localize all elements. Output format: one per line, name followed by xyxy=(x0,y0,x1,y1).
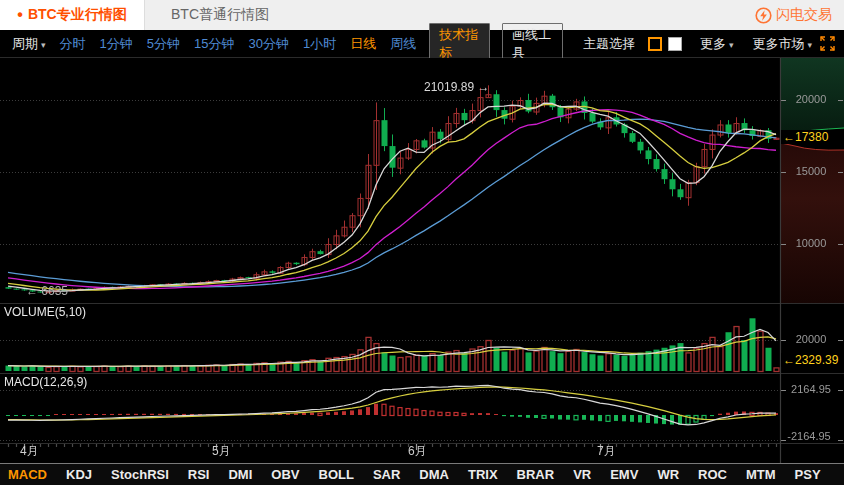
indicator-tab-trix[interactable]: TRIX xyxy=(468,467,498,482)
indicator-tab-wr[interactable]: WR xyxy=(657,467,679,482)
chevron-down-icon: ▾ xyxy=(729,40,734,50)
indicator-tab-bar: MACDKDJStochRSIRSIDMIOBVBOLLSARDMATRIXBR… xyxy=(0,463,844,485)
indicator-tab-dma[interactable]: DMA xyxy=(419,467,449,482)
indicator-tab-mtm[interactable]: MTM xyxy=(746,467,776,482)
period-option-30分钟[interactable]: 30分钟 xyxy=(248,35,288,53)
active-tab-bullet-icon: • xyxy=(17,10,23,20)
more-dropdown[interactable]: 更多▾ xyxy=(700,35,734,53)
indicator-tab-brar[interactable]: BRAR xyxy=(517,467,555,482)
active-tab-label: BTC专业行情图 xyxy=(28,6,127,24)
period-option-分时[interactable]: 分时 xyxy=(60,35,86,53)
indicator-tab-emv[interactable]: EMV xyxy=(610,467,638,482)
btc-trading-app: • BTC专业行情图 BTC普通行情图 闪电交易 周期▾ 分时1分钟5分钟15分… xyxy=(0,0,844,485)
month-label-7月: 7月 xyxy=(597,443,616,460)
lightning-bolt-icon xyxy=(755,7,772,24)
month-label-4月: 4月 xyxy=(20,443,39,460)
lightning-trade-label: 闪电交易 xyxy=(776,6,832,24)
theme-swatch-light[interactable] xyxy=(668,37,682,51)
tab-btc-normal-chart[interactable]: BTC普通行情图 xyxy=(145,0,295,30)
top-tab-bar: • BTC专业行情图 BTC普通行情图 闪电交易 xyxy=(0,0,844,30)
indicator-tab-sar[interactable]: SAR xyxy=(373,467,400,482)
period-option-15分钟[interactable]: 15分钟 xyxy=(194,35,234,53)
month-label-6月: 6月 xyxy=(408,443,427,460)
period-option-1小时[interactable]: 1小时 xyxy=(303,35,336,53)
chart-canvas[interactable] xyxy=(0,58,844,463)
fullscreen-expand-button[interactable] xyxy=(819,35,836,52)
period-option-1分钟[interactable]: 1分钟 xyxy=(100,35,133,53)
chart-region: 21019.89 → ← 6635 ←17380 VOLUME(5,10) ←2… xyxy=(0,58,844,463)
indicator-tab-kdj[interactable]: KDJ xyxy=(66,467,92,482)
period-option-日线[interactable]: 日线 xyxy=(350,35,376,53)
period-dropdown[interactable]: 周期▾ xyxy=(12,35,46,53)
expand-arrows-icon xyxy=(819,35,836,52)
inactive-tab-label: BTC普通行情图 xyxy=(171,6,269,24)
theme-select-label: 主题选择 xyxy=(583,35,635,53)
chevron-down-icon: ▾ xyxy=(807,40,812,50)
more-label: 更多 xyxy=(700,36,726,51)
indicator-tab-vr[interactable]: VR xyxy=(573,467,591,482)
more-markets-dropdown[interactable]: 更多市场▾ xyxy=(752,35,812,53)
chart-toolbar: 周期▾ 分时1分钟5分钟15分钟30分钟1小时日线周线 技术指标 画线工具 主题… xyxy=(0,30,844,58)
theme-swatches-group xyxy=(642,37,682,51)
lightning-trade-button[interactable]: 闪电交易 xyxy=(755,0,832,30)
period-options-group: 分时1分钟5分钟15分钟30分钟1小时日线周线 xyxy=(53,35,424,53)
indicator-tab-macd[interactable]: MACD xyxy=(8,467,47,482)
indicator-tab-stochrsi[interactable]: StochRSI xyxy=(111,467,169,482)
more-markets-label: 更多市场 xyxy=(752,36,804,51)
chevron-down-icon: ▾ xyxy=(41,40,46,50)
period-label: 周期 xyxy=(12,36,38,51)
month-label-5月: 5月 xyxy=(212,443,231,460)
period-option-5分钟[interactable]: 5分钟 xyxy=(147,35,180,53)
indicator-tab-rsi[interactable]: RSI xyxy=(188,467,210,482)
indicator-tab-boll[interactable]: BOLL xyxy=(319,467,354,482)
period-option-周线[interactable]: 周线 xyxy=(390,35,416,53)
indicator-tab-roc[interactable]: ROC xyxy=(698,467,727,482)
indicator-tab-psy[interactable]: PSY xyxy=(795,467,821,482)
indicator-tab-dmi[interactable]: DMI xyxy=(228,467,252,482)
theme-swatch-dark[interactable] xyxy=(648,37,662,51)
indicator-tab-obv[interactable]: OBV xyxy=(271,467,299,482)
tab-btc-pro-chart[interactable]: • BTC专业行情图 xyxy=(0,0,145,30)
